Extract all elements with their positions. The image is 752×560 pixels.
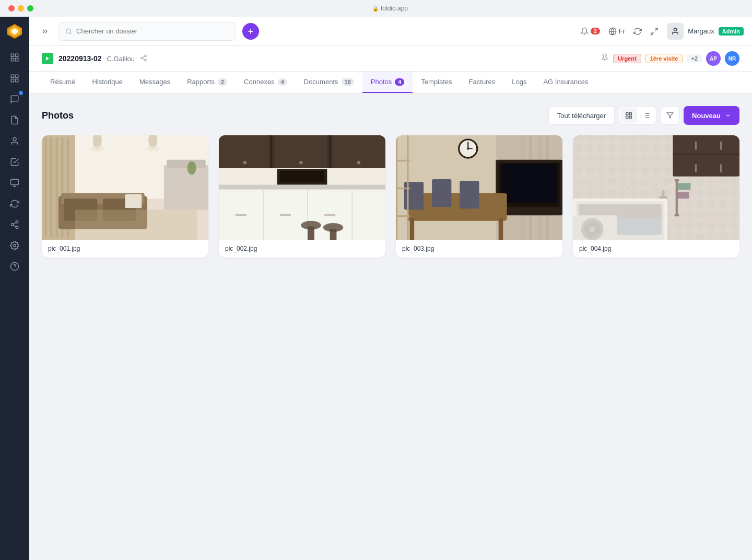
svg-point-66 bbox=[187, 161, 196, 175]
svg-point-74 bbox=[243, 161, 246, 164]
user-section[interactable]: Margaux Admin bbox=[667, 23, 744, 40]
svg-rect-108 bbox=[499, 218, 503, 240]
tag-more[interactable]: +2 bbox=[687, 54, 702, 63]
tab-templates[interactable]: Templates bbox=[413, 72, 460, 93]
nouveau-button[interactable]: Nouveau bbox=[684, 106, 739, 125]
svg-rect-130 bbox=[677, 192, 689, 199]
bell-icon bbox=[580, 27, 589, 36]
svg-rect-51 bbox=[56, 137, 58, 237]
svg-point-57 bbox=[146, 146, 160, 151]
tab-historique[interactable]: Historique bbox=[84, 72, 131, 93]
svg-rect-8 bbox=[11, 179, 19, 185]
svg-marker-28 bbox=[46, 56, 49, 61]
download-all-button[interactable]: Tout télécharger bbox=[548, 106, 615, 125]
admin-badge: Admin bbox=[719, 27, 744, 36]
tab-messages[interactable]: Messages bbox=[131, 72, 179, 93]
tab-connexes[interactable]: Connexes 4 bbox=[236, 72, 296, 93]
svg-rect-38 bbox=[629, 116, 631, 118]
list-icon bbox=[643, 112, 650, 119]
sync-button[interactable] bbox=[633, 27, 642, 36]
list-view-button[interactable] bbox=[638, 108, 655, 123]
photo-card-1[interactable]: pic_001.jpg bbox=[42, 135, 208, 258]
chrome-minimize[interactable] bbox=[18, 5, 24, 11]
topbar: 2 Fr bbox=[29, 17, 752, 46]
sidebar-item-tasks[interactable] bbox=[5, 153, 24, 171]
record-play-button[interactable] bbox=[42, 53, 53, 64]
fullscreen-button[interactable] bbox=[650, 27, 659, 36]
tab-documents[interactable]: Documents 10 bbox=[296, 72, 362, 93]
sidebar-item-documents[interactable] bbox=[5, 111, 24, 130]
svg-rect-122 bbox=[695, 142, 697, 150]
messages-badge bbox=[19, 91, 23, 95]
add-button[interactable] bbox=[242, 23, 259, 40]
photo-card-2[interactable]: pic_002.jpg bbox=[219, 135, 385, 258]
globe-icon bbox=[608, 27, 617, 36]
svg-rect-36 bbox=[629, 113, 631, 115]
svg-marker-45 bbox=[667, 113, 673, 119]
grid-icon bbox=[625, 112, 632, 119]
sidebar-item-help[interactable] bbox=[5, 257, 24, 276]
photo-image-4 bbox=[573, 135, 739, 240]
svg-rect-37 bbox=[626, 116, 628, 118]
photo-filename-1: pic_001.jpg bbox=[42, 240, 208, 258]
user-name: Margaux bbox=[688, 27, 714, 35]
language-button[interactable]: Fr bbox=[608, 27, 625, 36]
tab-connexes-count: 4 bbox=[278, 78, 287, 86]
svg-rect-116 bbox=[396, 215, 410, 217]
svg-rect-140 bbox=[662, 190, 664, 199]
svg-rect-86 bbox=[280, 171, 324, 182]
sidebar-item-invoices[interactable] bbox=[5, 173, 24, 192]
filter-button[interactable] bbox=[661, 106, 679, 125]
sidebar-item-settings[interactable] bbox=[5, 236, 24, 255]
chrome-maximize[interactable] bbox=[27, 5, 33, 11]
svg-rect-123 bbox=[720, 142, 722, 150]
photo-card-4[interactable]: pic_004.jpg bbox=[573, 135, 739, 258]
svg-rect-63 bbox=[75, 210, 197, 240]
search-input[interactable] bbox=[76, 27, 229, 35]
sidebar-item-messages[interactable] bbox=[5, 90, 24, 109]
sidebar-item-contacts[interactable] bbox=[5, 132, 24, 150]
share-icon[interactable] bbox=[140, 54, 147, 63]
svg-point-76 bbox=[357, 161, 360, 164]
pin-icon[interactable] bbox=[601, 53, 609, 64]
svg-rect-4 bbox=[16, 54, 18, 56]
tab-factures[interactable]: Factures bbox=[461, 72, 504, 93]
svg-rect-128 bbox=[675, 214, 679, 216]
svg-rect-50 bbox=[50, 137, 52, 237]
svg-point-13 bbox=[16, 226, 18, 229]
expand-button[interactable] bbox=[38, 24, 52, 39]
svg-line-14 bbox=[13, 225, 16, 227]
tab-rapports-count: 2 bbox=[218, 78, 227, 86]
notifications-button[interactable]: 2 bbox=[580, 27, 600, 36]
tab-resume[interactable]: Résumé bbox=[42, 72, 84, 93]
svg-point-11 bbox=[16, 221, 18, 224]
tab-ag-insurances[interactable]: AG Insurances bbox=[535, 72, 596, 93]
chrome-close[interactable] bbox=[8, 5, 15, 11]
grid-view-button[interactable] bbox=[620, 108, 637, 123]
svg-point-7 bbox=[13, 137, 16, 141]
tab-logs[interactable]: Logs bbox=[503, 72, 535, 93]
svg-rect-111 bbox=[460, 181, 479, 208]
photo-filename-4: pic_004.jpg bbox=[573, 240, 739, 258]
app-logo[interactable] bbox=[6, 23, 23, 40]
svg-rect-82 bbox=[236, 214, 246, 216]
photo-card-3[interactable]: pic_003.jpg bbox=[396, 135, 562, 258]
notifications-count: 2 bbox=[591, 28, 600, 34]
svg-rect-125 bbox=[720, 164, 722, 172]
svg-rect-84 bbox=[324, 214, 335, 216]
svg-rect-120 bbox=[673, 135, 739, 177]
record-title: 20220913-02 bbox=[58, 54, 102, 63]
svg-rect-107 bbox=[410, 218, 415, 240]
sidebar-item-analytics[interactable] bbox=[5, 194, 24, 213]
svg-point-91 bbox=[323, 223, 343, 232]
svg-rect-100 bbox=[501, 164, 557, 203]
tag-urgent: Urgent bbox=[613, 54, 641, 63]
tab-photos[interactable]: Photos 4 bbox=[362, 72, 413, 93]
svg-rect-49 bbox=[44, 137, 46, 237]
sidebar bbox=[0, 17, 29, 560]
photos-actions: Tout télécharger bbox=[548, 106, 739, 125]
sidebar-item-dashboard[interactable] bbox=[5, 69, 24, 88]
sidebar-item-home[interactable] bbox=[5, 48, 24, 67]
sidebar-item-sharing[interactable] bbox=[5, 215, 24, 234]
tab-rapports[interactable]: Rapports 2 bbox=[179, 72, 236, 93]
